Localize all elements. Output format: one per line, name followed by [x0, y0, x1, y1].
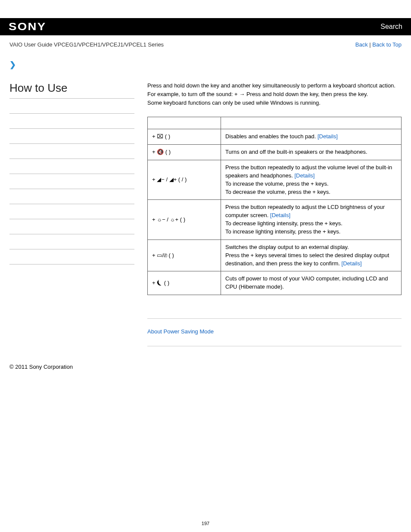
key-cell: + 🔇 ( ): [148, 145, 221, 160]
sidebar-divider: [9, 98, 134, 99]
intro-line3: Some keyboard functions can only be used…: [147, 100, 321, 106]
details-link[interactable]: [Details]: [342, 260, 362, 267]
key-prefix: +: [152, 133, 157, 140]
page-title: How to Use: [9, 81, 134, 95]
table-row: + 🔇 ( ) Turns on and off the built-in sp…: [148, 145, 402, 160]
sidebar-divider: [9, 143, 134, 144]
desc-cell: Turns on and off the built-in speakers o…: [221, 145, 402, 160]
intro-line2a: For example, to turn off the sound:: [147, 91, 234, 97]
key-prefix: +: [152, 216, 157, 223]
desc-text: Press the + keys several times to select…: [225, 252, 389, 267]
table-header-row: [148, 117, 402, 129]
details-link[interactable]: [Details]: [294, 172, 314, 179]
key-cell: + ☼− / ☼+ ( ): [148, 200, 221, 240]
sidebar-divider: [9, 189, 134, 189]
key-prefix: +: [152, 149, 157, 155]
desc-cell: Press the button repeatedly to adjust th…: [221, 160, 402, 200]
header-bar: SONY Search: [0, 18, 411, 35]
hibernate-icon: ⏾: [157, 280, 162, 286]
desc-text: To decrease lighting intensity, press th…: [225, 220, 342, 227]
table-header-keys: [148, 117, 221, 129]
desc-text: To increase lighting intensity, press th…: [225, 228, 340, 235]
sidebar-divider: [9, 204, 134, 204]
desc-cell: Disables and enables the touch pad. [Det…: [221, 129, 402, 145]
desc-cell: Cuts off power to most of your VAIO comp…: [221, 271, 402, 295]
footer-divider: [147, 346, 402, 346]
desc-text: Cuts off power to most of your VAIO comp…: [225, 275, 388, 290]
desc-text: Turns on and off the built-in speakers o…: [225, 149, 367, 155]
main-content: Press and hold down the key and another …: [147, 81, 402, 356]
intro-line2d: key, then press the: [310, 91, 358, 97]
key-cell: + ◢− / ◢+ ( / ): [148, 160, 221, 200]
table-row: + ⏾ ( ) Cuts off power to most of your V…: [148, 271, 402, 295]
nav-links: Back | Back to Top: [355, 41, 402, 48]
table-row: + ◢− / ◢+ ( / ) Press the button repeate…: [148, 160, 402, 200]
desc-text: To decrease the volume, press the + keys…: [225, 189, 330, 195]
key-prefix: +: [152, 176, 157, 183]
sidebar-divider: [9, 249, 134, 249]
key-suffix: ( ): [162, 280, 169, 286]
sony-logo: SONY: [9, 21, 46, 33]
details-link[interactable]: [Details]: [318, 133, 338, 140]
sidebar: How to Use: [9, 81, 134, 356]
page-number: 197: [0, 387, 411, 532]
display-icon: ▭/⎚: [157, 252, 167, 258]
key-cell: + ▭/⎚ ( ): [148, 240, 221, 271]
key-suffix: ( ): [163, 133, 170, 140]
desc-cell: Switches the display output to an extern…: [221, 240, 402, 271]
table-row: + ⌧ ( ) Disables and enables the touch p…: [148, 129, 402, 145]
intro-line1b: key and another key simultaneously to pe…: [211, 82, 395, 89]
sidebar-divider: [9, 159, 134, 159]
sidebar-divider: [9, 128, 134, 129]
shortcuts-table: + ⌧ ( ) Disables and enables the touch p…: [147, 117, 402, 295]
details-link[interactable]: [Details]: [270, 212, 290, 218]
desc-text: Disables and enables the touch pad.: [225, 133, 318, 140]
table-row: + ☼− / ☼+ ( ) Press the button repeatedl…: [148, 200, 402, 240]
guide-title: VAIO User Guide VPCEG1/VPCEH1/VPCEJ1/VPC…: [9, 41, 164, 48]
key-suffix: ( ): [178, 216, 185, 223]
key-suffix: ( / ): [177, 176, 187, 183]
desc-text: To increase the volume, press the + keys…: [225, 180, 329, 187]
copyright: © 2011 Sony Corporation: [0, 364, 411, 387]
intro-text: Press and hold down the key and another …: [147, 81, 402, 107]
back-link[interactable]: Back: [355, 41, 368, 48]
sidebar-divider: [9, 219, 134, 219]
intro-line2e: key.: [358, 91, 368, 97]
touchpad-icon: ⌧: [157, 133, 163, 140]
subheader: VAIO User Guide VPCEG1/VPCEH1/VPCEJ1/VPC…: [0, 35, 411, 52]
key-suffix: ( ): [167, 252, 174, 258]
intro-line2b: +: [234, 91, 239, 97]
search-link[interactable]: Search: [380, 23, 402, 31]
sidebar-divider: [9, 174, 134, 174]
desc-text: Switches the display output to an extern…: [225, 244, 349, 250]
breadcrumb-arrow-icon: ❯: [9, 60, 402, 69]
key-prefix: +: [152, 280, 157, 286]
table-row: + ▭/⎚ ( ) Switches the display output to…: [148, 240, 402, 271]
key-prefix: +: [152, 252, 157, 258]
brightness-icon: ☼− / ☼+: [157, 216, 178, 223]
key-cell: + ⌧ ( ): [148, 129, 221, 145]
desc-text: Press the button repeatedly to adjust th…: [225, 204, 385, 218]
desc-cell: Press the button repeatedly to adjust th…: [221, 200, 402, 240]
table-header-desc: [221, 117, 402, 129]
volume-icon: ◢− / ◢+: [157, 176, 177, 183]
key-suffix: ( ): [164, 149, 171, 155]
key-cell: + ⏾ ( ): [148, 271, 221, 295]
related-divider: [147, 318, 402, 319]
back-to-top-link[interactable]: Back to Top: [372, 41, 402, 48]
sidebar-divider: [9, 113, 134, 114]
sidebar-divider: [9, 234, 134, 234]
related-link[interactable]: About Power Saving Mode: [147, 328, 402, 335]
mute-icon: 🔇: [157, 149, 164, 155]
sidebar-divider: [9, 264, 134, 264]
intro-line2c: → Press and hold down the: [239, 91, 309, 97]
intro-line1a: Press and hold down the: [147, 82, 211, 89]
separator: |: [368, 41, 373, 48]
